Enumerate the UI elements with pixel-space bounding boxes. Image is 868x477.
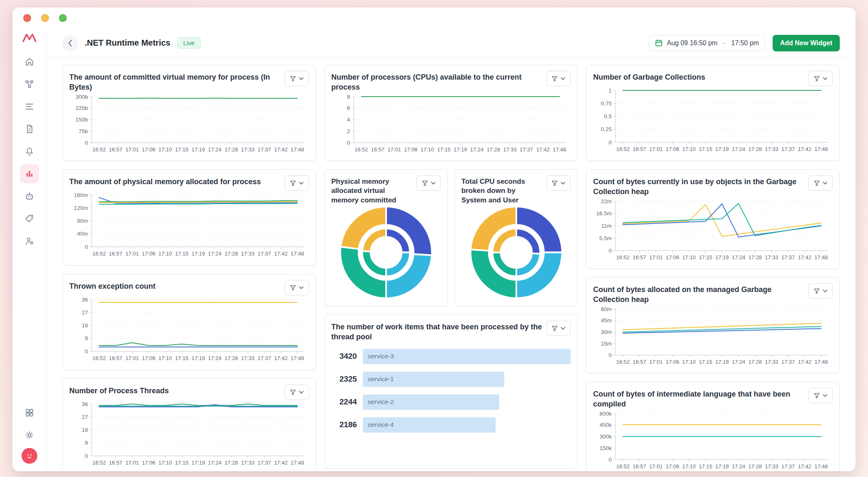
svg-text:17:15: 17:15 — [175, 146, 189, 153]
widget-card-thread-pool-work-items: The number of work items that have been … — [324, 314, 578, 469]
sidebar-item-bot[interactable] — [20, 187, 39, 206]
svg-text:17:24: 17:24 — [732, 359, 746, 365]
svg-text:17:06: 17:06 — [142, 460, 156, 466]
svg-text:17:10: 17:10 — [682, 359, 696, 365]
bot-icon — [24, 191, 34, 201]
close-button[interactable] — [23, 14, 31, 22]
chart-svg: 300b225b150b75b016:5216:5717:0117:0617:1… — [69, 92, 309, 155]
sidebar-item-settings[interactable] — [20, 426, 39, 445]
filter-button[interactable] — [808, 71, 833, 86]
svg-text:0: 0 — [85, 453, 88, 459]
svg-text:16:57: 16:57 — [633, 359, 647, 365]
svg-text:450k: 450k — [600, 422, 612, 428]
dashboard-column-3: Number of Garbage Collections 10.750.50.… — [586, 65, 840, 471]
svg-text:17:19: 17:19 — [192, 460, 205, 466]
chevron-down-icon — [823, 394, 827, 397]
svg-text:17:24: 17:24 — [208, 460, 222, 466]
filter-button[interactable] — [808, 283, 833, 299]
filter-button[interactable] — [808, 175, 833, 191]
bar-value: 2244 — [331, 397, 357, 406]
svg-text:17:01: 17:01 — [649, 463, 663, 470]
widget-title: Count of bytes of intermediate language … — [593, 388, 804, 409]
svg-text:17:28: 17:28 — [486, 146, 500, 153]
sidebar-item-home[interactable] — [20, 52, 39, 71]
sidebar-item-documents[interactable] — [20, 119, 39, 139]
svg-text:17:15: 17:15 — [699, 463, 712, 470]
traffic-lights — [23, 14, 67, 22]
svg-text:16:52: 16:52 — [616, 463, 630, 470]
svg-text:17:10: 17:10 — [158, 251, 172, 257]
svg-text:0.5: 0.5 — [604, 113, 612, 119]
live-badge: Live — [177, 37, 201, 49]
widget-card-il-bytes-compiled: Count of bytes of intermediate language … — [586, 382, 840, 471]
main-area: .NET Runtime Metrics Live Aug 09 16:50 p… — [46, 28, 856, 471]
svg-text:17:28: 17:28 — [224, 355, 238, 361]
svg-text:16:52: 16:52 — [354, 146, 368, 153]
filter-button[interactable] — [284, 175, 309, 191]
svg-text:17:48: 17:48 — [291, 251, 304, 257]
svg-text:17:10: 17:10 — [158, 460, 172, 466]
filter-button[interactable] — [284, 71, 309, 86]
chevron-down-icon — [431, 182, 435, 185]
bar[interactable]: service-1 — [363, 372, 504, 387]
widget-title: Number of Process Threads — [69, 385, 169, 396]
widget-card-garbage-collections: Number of Garbage Collections 10.750.50.… — [586, 65, 840, 161]
svg-text:17:37: 17:37 — [258, 146, 271, 153]
svg-text:27: 27 — [82, 414, 88, 420]
svg-text:17:15: 17:15 — [175, 251, 189, 257]
bar[interactable]: service-2 — [363, 394, 499, 410]
svg-text:0.75: 0.75 — [601, 100, 612, 107]
filter-button[interactable] — [546, 71, 571, 86]
filter-button[interactable] — [808, 388, 833, 403]
back-button[interactable] — [62, 35, 78, 51]
filter-button[interactable] — [546, 175, 571, 191]
zoom-button[interactable] — [59, 14, 67, 22]
widget-card-thrown-exceptions: Thrown exception count 3627189016:5216:5… — [62, 274, 316, 370]
bar-label: service-1 — [363, 375, 394, 383]
svg-text:17:24: 17:24 — [208, 251, 222, 257]
sidebar-item-user-settings[interactable] — [20, 231, 39, 251]
svg-text:17:19: 17:19 — [715, 359, 729, 365]
sidebar-item-apps[interactable] — [20, 403, 39, 422]
bar-chart-icon — [24, 169, 34, 179]
user-avatar[interactable] — [22, 448, 37, 464]
sidebar-item-topology[interactable] — [20, 75, 39, 94]
svg-text:17:33: 17:33 — [765, 463, 779, 470]
filter-button[interactable] — [284, 280, 309, 295]
filter-button[interactable] — [416, 175, 441, 191]
filter-icon — [552, 75, 558, 82]
svg-text:16:57: 16:57 — [109, 460, 123, 466]
svg-text:17:37: 17:37 — [781, 254, 795, 260]
svg-text:17:24: 17:24 — [470, 146, 484, 153]
svg-text:17:01: 17:01 — [125, 460, 139, 466]
filter-button[interactable] — [546, 321, 571, 336]
document-icon — [24, 124, 34, 134]
chevron-down-icon — [561, 327, 565, 330]
bar[interactable]: service-3 — [363, 349, 571, 364]
sidebar-item-logs[interactable] — [20, 97, 39, 116]
svg-text:17:10: 17:10 — [158, 146, 172, 153]
filter-icon — [290, 75, 296, 82]
widget-card-cpus-available: Number of processors (CPUs) available to… — [324, 65, 578, 161]
line-chart: 22m16.5m11m5.5m016:5216:5717:0117:0617:1… — [593, 197, 833, 263]
add-new-widget-button[interactable]: Add New Widget — [773, 35, 840, 51]
filter-button[interactable] — [284, 385, 309, 400]
middleware-logo[interactable] — [22, 32, 37, 43]
svg-text:17:01: 17:01 — [125, 146, 139, 153]
svg-text:17:15: 17:15 — [437, 146, 451, 153]
chevron-down-icon — [823, 290, 827, 292]
minimize-button[interactable] — [41, 14, 49, 22]
bar[interactable]: service-4 — [363, 417, 496, 433]
svg-text:17:42: 17:42 — [798, 463, 812, 470]
svg-text:600k: 600k — [600, 410, 612, 416]
sidebar-item-alerts[interactable] — [20, 142, 39, 161]
svg-text:16:57: 16:57 — [633, 146, 647, 152]
svg-text:17:33: 17:33 — [241, 251, 255, 257]
dashboard-grid: The amount of committed virtual memory f… — [46, 58, 856, 471]
sidebar-item-tags[interactable] — [20, 209, 39, 228]
svg-text:16:52: 16:52 — [92, 355, 106, 361]
date-range-picker[interactable]: Aug 09 16:50 pm - 17:50 pm — [649, 35, 765, 51]
bar-row: 2325 service-1 — [331, 372, 571, 387]
sidebar-item-dashboards[interactable] — [20, 164, 39, 183]
topology-icon — [24, 79, 34, 89]
